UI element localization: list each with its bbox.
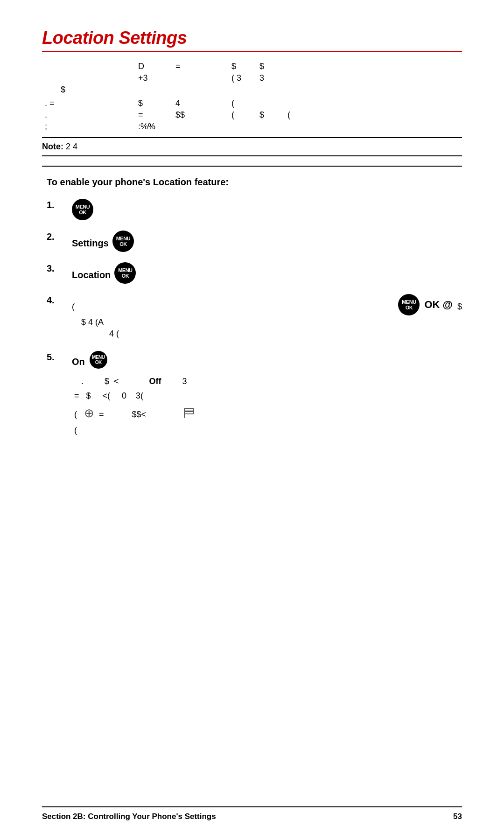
step-3-content: Location MENUOK [72, 262, 462, 284]
step-5-num: 5. [47, 351, 72, 363]
table-cell: ( [285, 109, 462, 121]
table-cell: . [42, 109, 135, 121]
table-cell: $ [135, 98, 173, 109]
table-cell: D [135, 61, 173, 72]
page-title: Location Settings [42, 28, 462, 48]
steps-list: 1. MENUOK 2. Settings MENUOK 3. Location… [47, 199, 462, 438]
step-4-line1: ( MENUOK OK @ $ [72, 294, 462, 315]
title-underline [42, 51, 462, 52]
step-4-paren: ( [72, 298, 75, 312]
step-4-line3: 4 ( [72, 329, 462, 339]
page-container: Location Settings D = $ $ +3 ( 3 3 $ [0, 0, 504, 485]
table-cell: ; [42, 121, 135, 133]
step-5-label: On [72, 353, 85, 367]
menu-ok-button-2[interactable]: MENUOK [112, 231, 134, 252]
table-cell: = [135, 109, 173, 121]
step-1-content: MENUOK [72, 199, 462, 220]
table-cell: $ [42, 84, 135, 96]
table-cell: ( [229, 98, 257, 109]
step-5-line1: On MENUOK [72, 351, 462, 369]
table-cell: 3 [257, 72, 285, 84]
step-2-label: Settings [72, 234, 109, 249]
menu-ok-button-3[interactable]: MENUOK [114, 262, 136, 284]
step-5-detail3: ( ⊕ = $$< ⛿ [72, 403, 462, 423]
table-cell [173, 72, 229, 84]
step-3-num: 3. [47, 262, 72, 274]
table-cell [257, 96, 285, 98]
step-5-detail2: = $ <( 0 3( [72, 389, 462, 403]
table-cell: 4 [173, 98, 229, 109]
footer-right: 53 [453, 812, 462, 821]
table-cell: $ [257, 109, 285, 121]
table-cell: $ [257, 61, 285, 72]
menu-ok-button-4[interactable]: MENUOK [398, 294, 420, 315]
table-cell [42, 72, 135, 84]
step-4: 4. ( MENUOK OK @ $ $ 4 (A 4 ( [47, 294, 462, 341]
step-3: 3. Location MENUOK [47, 262, 462, 284]
table-cell: :%% [135, 121, 173, 133]
step-1: 1. MENUOK [47, 199, 462, 220]
table-cell [257, 84, 285, 96]
section-divider [42, 166, 462, 167]
step-2: 2. Settings MENUOK [47, 231, 462, 252]
step-5-details: . $ < Off 3 = $ <( 0 3( ( ⊕ = $$< ⛿ [72, 374, 462, 438]
content-table: D = $ $ +3 ( 3 3 $ . = $ [42, 61, 462, 133]
page-footer: Section 2B: Controlling Your Phone's Set… [42, 806, 462, 821]
table-cell: ( 3 [229, 72, 257, 84]
step-4-dollar: $ [457, 298, 462, 312]
compass-icon: ⛿ [183, 403, 196, 423]
step-5: 5. On MENUOK . $ < Off 3 = $ <( 0 3( [47, 351, 462, 438]
step-4-content: ( MENUOK OK @ $ $ 4 (A 4 ( [72, 294, 462, 341]
note-row: Note: 2 4 [42, 137, 462, 156]
menu-ok-button-5[interactable]: MENUOK [90, 351, 107, 369]
table-cell [135, 84, 173, 96]
step-3-label: Location [72, 266, 111, 280]
table-cell: . = [42, 98, 135, 109]
enable-heading: To enable your phone's Location feature: [47, 177, 462, 188]
table-cell: +3 [135, 72, 173, 84]
menu-ok-button-1[interactable]: MENUOK [72, 199, 93, 220]
step-5-detail4: ( [72, 423, 462, 438]
crosshair-icon: ⊕ [84, 403, 94, 423]
note-label: Note: [42, 142, 63, 151]
step-2-content: Settings MENUOK [72, 231, 462, 252]
table-cell [173, 84, 229, 96]
table-cell: $ [229, 61, 257, 72]
note-text: 2 4 [66, 142, 77, 151]
table-cell: = [173, 61, 229, 72]
table-cell [229, 84, 257, 96]
table-cell: $$ [173, 109, 229, 121]
step-2-num: 2. [47, 231, 72, 242]
step-5-detail1: . $ < Off 3 [72, 374, 462, 389]
step-4-num: 4. [47, 294, 72, 306]
footer-left: Section 2B: Controlling Your Phone's Set… [42, 812, 216, 821]
step-1-num: 1. [47, 199, 72, 210]
table-cell: ( [229, 109, 257, 121]
step-4-line2: $ 4 (A [72, 317, 462, 327]
step-5-content: On MENUOK . $ < Off 3 = $ <( 0 3( [72, 351, 462, 438]
table-cell [42, 61, 135, 72]
ok-at-text: OK @ [424, 299, 453, 311]
